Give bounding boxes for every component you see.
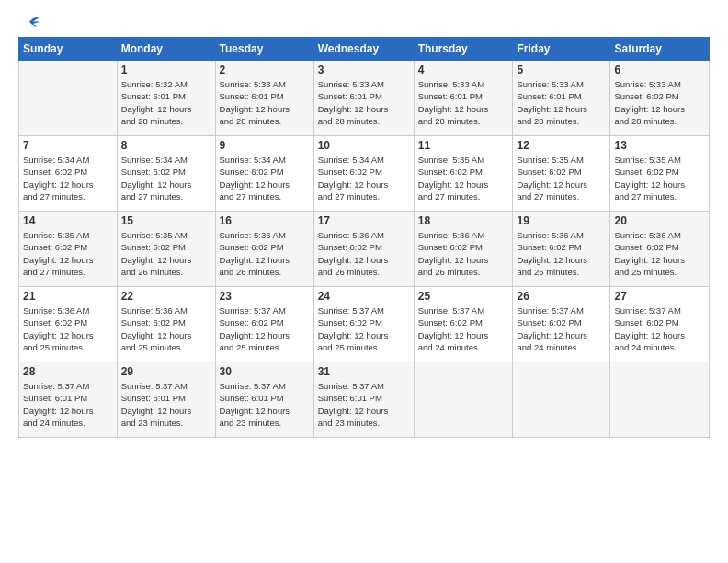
day-info: Sunrise: 5:34 AM Sunset: 6:02 PM Dayligh…	[23, 154, 113, 202]
calendar-cell	[513, 362, 610, 438]
day-info: Sunrise: 5:35 AM Sunset: 6:02 PM Dayligh…	[614, 154, 705, 202]
day-number: 4	[418, 63, 509, 76]
day-number: 12	[517, 139, 606, 152]
calendar-cell: 29Sunrise: 5:37 AM Sunset: 6:01 PM Dayli…	[117, 362, 215, 438]
day-number: 30	[220, 365, 310, 378]
day-number: 11	[418, 139, 509, 152]
calendar-cell: 7Sunrise: 5:34 AM Sunset: 6:02 PM Daylig…	[19, 136, 118, 212]
day-number: 15	[121, 214, 211, 227]
logo-bird-icon	[22, 17, 40, 31]
day-info: Sunrise: 5:37 AM Sunset: 6:02 PM Dayligh…	[220, 304, 310, 353]
day-info: Sunrise: 5:36 AM Sunset: 6:02 PM Dayligh…	[614, 229, 705, 278]
day-number: 16	[220, 214, 310, 227]
day-info: Sunrise: 5:36 AM Sunset: 6:02 PM Dayligh…	[23, 304, 113, 353]
calendar-cell: 17Sunrise: 5:36 AM Sunset: 6:02 PM Dayli…	[313, 212, 414, 287]
page: SundayMondayTuesdayWednesdayThursdayFrid…	[0, 0, 728, 447]
calendar-cell: 3Sunrise: 5:33 AM Sunset: 6:01 PM Daylig…	[313, 61, 414, 136]
day-number: 17	[318, 214, 410, 227]
day-number: 18	[418, 214, 509, 227]
day-info: Sunrise: 5:34 AM Sunset: 6:02 PM Dayligh…	[220, 154, 310, 202]
header-sunday: Sunday	[19, 38, 118, 61]
day-number: 23	[220, 290, 310, 303]
week-row-2: 14Sunrise: 5:35 AM Sunset: 6:02 PM Dayli…	[19, 212, 710, 287]
day-info: Sunrise: 5:32 AM Sunset: 6:01 PM Dayligh…	[121, 78, 211, 127]
header-monday: Monday	[117, 38, 215, 61]
week-row-0: 1Sunrise: 5:32 AM Sunset: 6:01 PM Daylig…	[19, 61, 710, 136]
calendar-cell: 4Sunrise: 5:33 AM Sunset: 6:01 PM Daylig…	[414, 61, 513, 136]
day-info: Sunrise: 5:37 AM Sunset: 6:02 PM Dayligh…	[418, 304, 509, 353]
day-number: 7	[23, 139, 113, 152]
calendar-cell: 23Sunrise: 5:37 AM Sunset: 6:02 PM Dayli…	[215, 287, 313, 362]
day-number: 24	[318, 290, 410, 303]
day-number: 1	[121, 63, 211, 76]
day-number: 5	[517, 63, 606, 76]
calendar-cell: 21Sunrise: 5:36 AM Sunset: 6:02 PM Dayli…	[19, 287, 118, 362]
day-info: Sunrise: 5:37 AM Sunset: 6:01 PM Dayligh…	[318, 380, 410, 429]
calendar-cell: 28Sunrise: 5:37 AM Sunset: 6:01 PM Dayli…	[19, 362, 118, 438]
calendar-cell: 30Sunrise: 5:37 AM Sunset: 6:01 PM Dayli…	[215, 362, 313, 438]
day-number: 21	[23, 290, 113, 303]
day-info: Sunrise: 5:37 AM Sunset: 6:01 PM Dayligh…	[23, 380, 113, 429]
day-number: 2	[220, 63, 310, 76]
day-number: 27	[614, 290, 705, 303]
calendar-cell: 19Sunrise: 5:36 AM Sunset: 6:02 PM Dayli…	[513, 212, 610, 287]
calendar-cell: 1Sunrise: 5:32 AM Sunset: 6:01 PM Daylig…	[117, 61, 215, 136]
day-info: Sunrise: 5:36 AM Sunset: 6:02 PM Dayligh…	[121, 304, 211, 353]
calendar-cell: 16Sunrise: 5:36 AM Sunset: 6:02 PM Dayli…	[215, 212, 313, 287]
day-info: Sunrise: 5:37 AM Sunset: 6:02 PM Dayligh…	[517, 304, 606, 353]
calendar-cell	[414, 362, 513, 438]
day-info: Sunrise: 5:33 AM Sunset: 6:01 PM Dayligh…	[517, 78, 606, 127]
day-number: 22	[121, 290, 211, 303]
calendar-cell	[610, 362, 710, 438]
header-tuesday: Tuesday	[215, 38, 313, 61]
calendar-cell: 22Sunrise: 5:36 AM Sunset: 6:02 PM Dayli…	[117, 287, 215, 362]
week-row-3: 21Sunrise: 5:36 AM Sunset: 6:02 PM Dayli…	[19, 287, 710, 362]
day-number: 20	[614, 214, 705, 227]
day-info: Sunrise: 5:33 AM Sunset: 6:01 PM Dayligh…	[418, 78, 509, 127]
week-row-1: 7Sunrise: 5:34 AM Sunset: 6:02 PM Daylig…	[19, 136, 710, 212]
day-number: 31	[318, 365, 410, 378]
day-info: Sunrise: 5:36 AM Sunset: 6:02 PM Dayligh…	[418, 229, 509, 278]
day-info: Sunrise: 5:36 AM Sunset: 6:02 PM Dayligh…	[220, 229, 310, 278]
calendar-cell: 13Sunrise: 5:35 AM Sunset: 6:02 PM Dayli…	[610, 136, 710, 212]
day-number: 26	[517, 290, 606, 303]
header-row: SundayMondayTuesdayWednesdayThursdayFrid…	[19, 38, 710, 61]
day-info: Sunrise: 5:37 AM Sunset: 6:01 PM Dayligh…	[121, 380, 211, 429]
day-info: Sunrise: 5:34 AM Sunset: 6:02 PM Dayligh…	[318, 154, 410, 202]
day-info: Sunrise: 5:36 AM Sunset: 6:02 PM Dayligh…	[517, 229, 606, 278]
day-number: 13	[614, 139, 705, 152]
day-info: Sunrise: 5:37 AM Sunset: 6:02 PM Dayligh…	[318, 304, 410, 353]
calendar-cell: 5Sunrise: 5:33 AM Sunset: 6:01 PM Daylig…	[513, 61, 610, 136]
calendar-cell: 11Sunrise: 5:35 AM Sunset: 6:02 PM Dayli…	[414, 136, 513, 212]
day-number: 8	[121, 139, 211, 152]
calendar-cell: 9Sunrise: 5:34 AM Sunset: 6:02 PM Daylig…	[215, 136, 313, 212]
day-number: 19	[517, 214, 606, 227]
header-thursday: Thursday	[414, 38, 513, 61]
calendar-cell: 31Sunrise: 5:37 AM Sunset: 6:01 PM Dayli…	[313, 362, 414, 438]
calendar-table: SundayMondayTuesdayWednesdayThursdayFrid…	[18, 37, 710, 438]
day-info: Sunrise: 5:34 AM Sunset: 6:02 PM Dayligh…	[121, 154, 211, 202]
header-wednesday: Wednesday	[313, 38, 414, 61]
week-row-4: 28Sunrise: 5:37 AM Sunset: 6:01 PM Dayli…	[19, 362, 710, 438]
calendar-cell: 14Sunrise: 5:35 AM Sunset: 6:02 PM Dayli…	[19, 212, 118, 287]
day-info: Sunrise: 5:35 AM Sunset: 6:02 PM Dayligh…	[418, 154, 509, 202]
header-saturday: Saturday	[610, 38, 710, 61]
day-info: Sunrise: 5:35 AM Sunset: 6:02 PM Dayligh…	[517, 154, 606, 202]
day-number: 6	[614, 63, 705, 76]
header	[18, 17, 710, 31]
calendar-cell: 6Sunrise: 5:33 AM Sunset: 6:02 PM Daylig…	[610, 61, 710, 136]
header-friday: Friday	[513, 38, 610, 61]
calendar-cell: 12Sunrise: 5:35 AM Sunset: 6:02 PM Dayli…	[513, 136, 610, 212]
day-number: 3	[318, 63, 410, 76]
calendar-cell: 10Sunrise: 5:34 AM Sunset: 6:02 PM Dayli…	[313, 136, 414, 212]
day-number: 29	[121, 365, 211, 378]
calendar-cell: 27Sunrise: 5:37 AM Sunset: 6:02 PM Dayli…	[610, 287, 710, 362]
day-info: Sunrise: 5:33 AM Sunset: 6:01 PM Dayligh…	[220, 78, 310, 127]
calendar-cell: 20Sunrise: 5:36 AM Sunset: 6:02 PM Dayli…	[610, 212, 710, 287]
day-info: Sunrise: 5:36 AM Sunset: 6:02 PM Dayligh…	[318, 229, 410, 278]
day-info: Sunrise: 5:37 AM Sunset: 6:02 PM Dayligh…	[614, 304, 705, 353]
day-number: 25	[418, 290, 509, 303]
calendar-cell: 25Sunrise: 5:37 AM Sunset: 6:02 PM Dayli…	[414, 287, 513, 362]
calendar-cell: 26Sunrise: 5:37 AM Sunset: 6:02 PM Dayli…	[513, 287, 610, 362]
day-info: Sunrise: 5:33 AM Sunset: 6:02 PM Dayligh…	[614, 78, 705, 127]
